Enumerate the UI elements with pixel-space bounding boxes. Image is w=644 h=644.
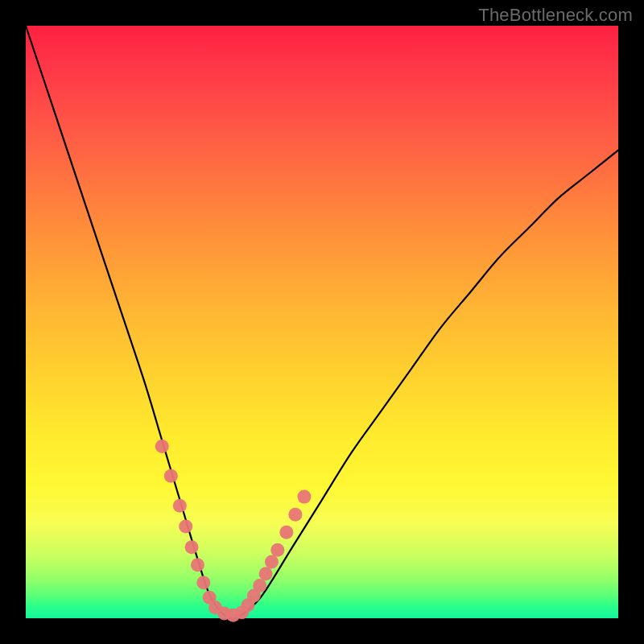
chart-frame: TheBottleneck.com bbox=[0, 0, 644, 644]
highlighted-point bbox=[191, 558, 204, 572]
highlighted-point bbox=[259, 567, 273, 580]
highlighted-point bbox=[270, 543, 284, 557]
watermark-text: TheBottleneck.com bbox=[478, 5, 633, 26]
highlighted-point bbox=[297, 490, 311, 504]
highlighted-point bbox=[288, 508, 302, 522]
highlighted-point bbox=[196, 576, 210, 589]
plot-area bbox=[26, 26, 618, 618]
highlighted-point bbox=[173, 499, 187, 513]
highlighted-point bbox=[155, 440, 169, 453]
bottleneck-curve-svg bbox=[26, 26, 618, 618]
highlighted-point bbox=[265, 555, 279, 569]
highlighted-point bbox=[279, 526, 293, 539]
highlighted-point bbox=[179, 519, 192, 533]
highlighted-points-group bbox=[155, 440, 312, 622]
highlighted-point bbox=[253, 579, 266, 592]
highlighted-point bbox=[185, 540, 199, 554]
highlighted-point bbox=[164, 469, 178, 483]
bottleneck-curve bbox=[26, 26, 618, 618]
